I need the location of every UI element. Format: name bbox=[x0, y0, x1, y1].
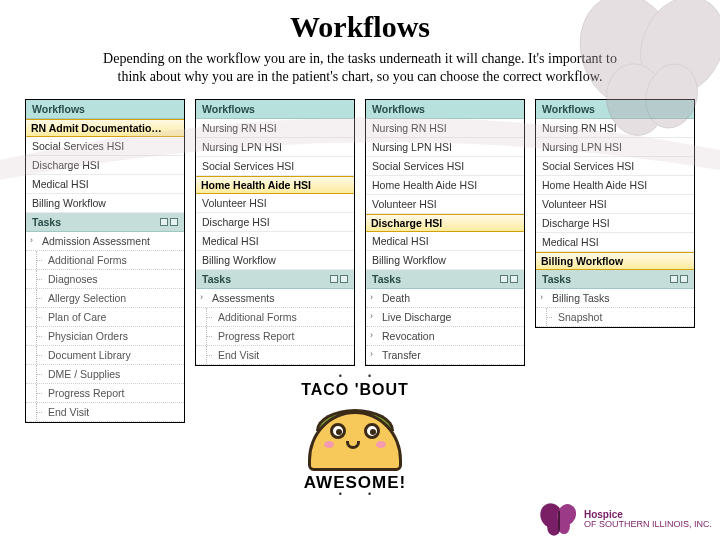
task-item[interactable]: ›Admission Assessment bbox=[26, 232, 184, 251]
task-item[interactable]: DME / Supplies bbox=[26, 365, 184, 384]
task-item[interactable]: End Visit bbox=[196, 346, 354, 365]
workflow-item[interactable]: Billing Workflow bbox=[536, 252, 694, 270]
workflow-item[interactable]: Social Services HSI bbox=[536, 157, 694, 176]
task-item[interactable]: Progress Report bbox=[196, 327, 354, 346]
workflow-item[interactable]: Volunteer HSI bbox=[366, 195, 524, 214]
workflow-item[interactable]: Social Services HSI bbox=[366, 157, 524, 176]
workflow-item[interactable]: Medical HSI bbox=[536, 233, 694, 252]
logo-sub: OF SOUTHERN ILLINOIS, INC. bbox=[584, 519, 712, 529]
task-label: Snapshot bbox=[558, 311, 602, 323]
workflow-item[interactable]: Social Services HSI bbox=[26, 137, 184, 156]
workflow-item[interactable]: Discharge HSI bbox=[536, 214, 694, 233]
workflow-item[interactable]: Discharge HSI bbox=[26, 156, 184, 175]
task-label: End Visit bbox=[48, 406, 89, 418]
workflow-item[interactable]: Volunteer HSI bbox=[536, 195, 694, 214]
workflow-item[interactable]: Nursing LPN HSI bbox=[536, 138, 694, 157]
task-label: Additional Forms bbox=[218, 311, 297, 323]
task-item[interactable]: Document Library bbox=[26, 346, 184, 365]
task-item[interactable]: Additional Forms bbox=[26, 251, 184, 270]
task-label: Diagnoses bbox=[48, 273, 98, 285]
task-item[interactable]: End Visit bbox=[26, 403, 184, 422]
workflow-panel: WorkflowsNursing RN HSINursing LPN HSISo… bbox=[535, 99, 695, 328]
task-label: End Visit bbox=[218, 349, 259, 361]
task-label: Allergy Selection bbox=[48, 292, 126, 304]
workflow-item[interactable]: Discharge HSI bbox=[196, 213, 354, 232]
task-item[interactable]: ›Assessments bbox=[196, 289, 354, 308]
collapse-expand-icon[interactable] bbox=[500, 275, 518, 283]
svg-point-7 bbox=[558, 519, 570, 534]
workflow-item[interactable]: Home Health Aide HSI bbox=[536, 176, 694, 195]
collapse-expand-icon[interactable] bbox=[160, 218, 178, 226]
workflow-item[interactable]: Social Services HSI bbox=[196, 157, 354, 176]
task-label: Additional Forms bbox=[48, 254, 127, 266]
task-item[interactable]: ›Billing Tasks bbox=[536, 289, 694, 308]
workflow-item[interactable]: Billing Workflow bbox=[196, 251, 354, 270]
chevron-right-icon: › bbox=[370, 349, 373, 359]
task-label: Physician Orders bbox=[48, 330, 128, 342]
task-item[interactable]: Progress Report bbox=[26, 384, 184, 403]
page-title: Workflows bbox=[0, 10, 720, 44]
workflows-header: Workflows bbox=[196, 100, 354, 119]
workflow-panel: WorkflowsNursing RN HSINursing LPN HSISo… bbox=[365, 99, 525, 366]
workflow-item[interactable]: Medical HSI bbox=[196, 232, 354, 251]
task-label: Admission Assessment bbox=[42, 235, 150, 247]
chevron-right-icon: › bbox=[30, 235, 33, 245]
collapse-expand-icon[interactable] bbox=[330, 275, 348, 283]
workflow-item[interactable]: Home Health Aide HSI bbox=[366, 176, 524, 195]
workflow-item[interactable]: Nursing LPN HSI bbox=[366, 138, 524, 157]
task-label: Death bbox=[382, 292, 410, 304]
workflow-item[interactable]: Billing Workflow bbox=[26, 194, 184, 213]
task-label: Live Discharge bbox=[382, 311, 451, 323]
hospice-logo: Hospice OF SOUTHERN ILLINOIS, INC. bbox=[538, 502, 712, 536]
task-item[interactable]: Allergy Selection bbox=[26, 289, 184, 308]
task-item[interactable]: Plan of Care bbox=[26, 308, 184, 327]
workflow-item[interactable]: Nursing RN HSI bbox=[366, 119, 524, 138]
task-label: Document Library bbox=[48, 349, 131, 361]
workflow-item[interactable]: Discharge HSI bbox=[366, 214, 524, 232]
taco-top-text: TACO 'BOUT bbox=[260, 381, 450, 399]
task-label: Plan of Care bbox=[48, 311, 106, 323]
chevron-right-icon: › bbox=[370, 311, 373, 321]
svg-rect-8 bbox=[558, 511, 560, 531]
task-item[interactable]: Physician Orders bbox=[26, 327, 184, 346]
task-item[interactable]: Snapshot bbox=[536, 308, 694, 327]
workflows-header: Workflows bbox=[536, 100, 694, 119]
task-item[interactable]: Diagnoses bbox=[26, 270, 184, 289]
chevron-right-icon: › bbox=[540, 292, 543, 302]
workflows-header: Workflows bbox=[26, 100, 184, 119]
page-subtitle: Depending on the workflow you are in, th… bbox=[90, 50, 630, 85]
task-label: Billing Tasks bbox=[552, 292, 610, 304]
task-item[interactable]: Additional Forms bbox=[196, 308, 354, 327]
tasks-header: Tasks bbox=[26, 213, 184, 232]
chevron-right-icon: › bbox=[370, 330, 373, 340]
task-label: DME / Supplies bbox=[48, 368, 120, 380]
collapse-expand-icon[interactable] bbox=[670, 275, 688, 283]
task-label: Progress Report bbox=[218, 330, 294, 342]
workflow-item[interactable]: Medical HSI bbox=[26, 175, 184, 194]
workflow-item[interactable]: Volunteer HSI bbox=[196, 194, 354, 213]
task-label: Assessments bbox=[212, 292, 274, 304]
workflow-panel: WorkflowsNursing RN HSINursing LPN HSISo… bbox=[195, 99, 355, 366]
workflow-item[interactable]: RN Admit Documentatio… bbox=[26, 119, 184, 137]
workflow-item[interactable]: Nursing RN HSI bbox=[536, 119, 694, 138]
workflow-item[interactable]: Medical HSI bbox=[366, 232, 524, 251]
task-item[interactable]: ›Live Discharge bbox=[366, 308, 524, 327]
tasks-header: Tasks bbox=[536, 270, 694, 289]
task-item[interactable]: ›Revocation bbox=[366, 327, 524, 346]
tasks-header: Tasks bbox=[196, 270, 354, 289]
chevron-right-icon: › bbox=[200, 292, 203, 302]
chevron-right-icon: › bbox=[370, 292, 373, 302]
taco-graphic: •• TACO 'BOUT AWESOME! •• bbox=[260, 375, 450, 499]
workflow-panel: WorkflowsRN Admit Documentatio…Social Se… bbox=[25, 99, 185, 423]
workflow-item[interactable]: Billing Workflow bbox=[366, 251, 524, 270]
workflow-item[interactable]: Nursing LPN HSI bbox=[196, 138, 354, 157]
workflows-header: Workflows bbox=[366, 100, 524, 119]
tasks-header: Tasks bbox=[366, 270, 524, 289]
task-label: Revocation bbox=[382, 330, 435, 342]
task-label: Transfer bbox=[382, 349, 421, 361]
workflow-item[interactable]: Home Health Aide HSI bbox=[196, 176, 354, 194]
task-item[interactable]: ›Death bbox=[366, 289, 524, 308]
task-label: Progress Report bbox=[48, 387, 124, 399]
task-item[interactable]: ›Transfer bbox=[366, 346, 524, 365]
workflow-item[interactable]: Nursing RN HSI bbox=[196, 119, 354, 138]
